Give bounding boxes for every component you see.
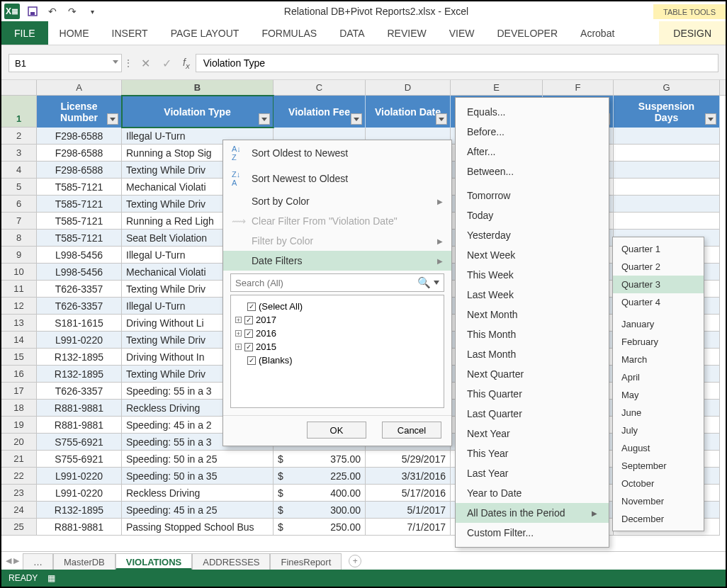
cell[interactable]: 5/29/2017 <box>366 451 451 468</box>
header-license-number[interactable]: License Number <box>37 96 122 128</box>
expand-icon[interactable]: + <box>235 344 242 350</box>
cell[interactable]: L991-0220 <box>37 332 122 349</box>
period-q3[interactable]: Quarter 3 <box>613 276 704 293</box>
cell[interactable] <box>614 162 720 179</box>
macro-record-icon[interactable]: ▦ <box>47 573 55 583</box>
row-header[interactable]: 24 <box>1 502 37 519</box>
filter-button[interactable] <box>351 113 362 125</box>
date-this-year[interactable]: This Year <box>456 443 609 463</box>
cell[interactable]: R881-9881 <box>37 400 122 417</box>
dropdown-icon[interactable] <box>434 281 439 285</box>
cell[interactable] <box>614 213 720 230</box>
cell[interactable] <box>614 145 720 162</box>
tab-insert[interactable]: INSERT <box>101 21 159 45</box>
sort-by-color[interactable]: Sort by Color▶ <box>223 191 451 211</box>
period-q4[interactable]: Quarter 4 <box>613 293 704 311</box>
select-all-corner[interactable] <box>1 80 37 95</box>
date-this-week[interactable]: This Week <box>456 265 609 285</box>
header-violation-type[interactable]: Violation Type <box>122 96 274 128</box>
tab-review[interactable]: REVIEW <box>376 21 437 45</box>
filter-button[interactable] <box>705 113 716 125</box>
date-this-month[interactable]: This Month <box>456 324 609 344</box>
sheet-nav-arrows[interactable]: ◀ ▶ <box>6 556 19 565</box>
row-header[interactable]: 11 <box>1 281 37 298</box>
dropdown-icon[interactable] <box>113 60 118 64</box>
tab-formulas[interactable]: FORMULAS <box>250 21 328 45</box>
period-may[interactable]: May <box>613 386 704 404</box>
expand-icon[interactable]: + <box>235 317 242 323</box>
col-header-d[interactable]: D <box>366 80 451 95</box>
date-next-week[interactable]: Next Week <box>456 245 609 265</box>
row-header[interactable]: 9 <box>1 247 37 264</box>
row-header[interactable]: 2 <box>1 128 37 145</box>
date-custom-filter[interactable]: Custom Filter... <box>456 523 609 543</box>
row-header[interactable]: 15 <box>1 349 37 366</box>
row-header[interactable]: 25 <box>1 519 37 536</box>
row-header[interactable]: 3 <box>1 145 37 162</box>
cell[interactable]: T585-7121 <box>37 179 122 196</box>
cell[interactable]: F298-6588 <box>37 162 122 179</box>
accept-formula-icon[interactable]: ✓ <box>156 57 177 70</box>
cell[interactable]: $400.00 <box>274 485 366 502</box>
cell[interactable]: 5/1/2017 <box>366 502 451 519</box>
date-last-week[interactable]: Last Week <box>456 285 609 305</box>
row-header[interactable]: 6 <box>1 196 37 213</box>
cell[interactable]: Reckless Driving <box>122 485 274 502</box>
row-header[interactable]: 13 <box>1 315 37 332</box>
checkbox[interactable]: ✓ <box>247 356 256 365</box>
cell[interactable]: Speeding: 50 in a 35 <box>122 468 274 485</box>
row-header[interactable]: 7 <box>1 213 37 230</box>
date-last-month[interactable]: Last Month <box>456 344 609 364</box>
cell[interactable]: Speeding: 50 in a 25 <box>122 451 274 468</box>
filter-button[interactable] <box>259 113 270 125</box>
cell[interactable]: R132-1895 <box>37 366 122 383</box>
filter-button[interactable] <box>436 113 447 125</box>
cell[interactable]: $375.00 <box>274 451 366 468</box>
date-today[interactable]: Today <box>456 205 609 225</box>
cell[interactable]: S755-6921 <box>37 434 122 451</box>
sheet-tab-addresses[interactable]: ADDRESSES <box>192 553 270 570</box>
period-november[interactable]: November <box>613 492 704 510</box>
row-header[interactable]: 8 <box>1 230 37 247</box>
cell[interactable]: T585-7121 <box>37 196 122 213</box>
col-header-g[interactable]: G <box>614 80 720 95</box>
name-box[interactable]: B1 <box>9 54 122 72</box>
cell[interactable]: Passing Stopped School Bus <box>122 519 274 536</box>
cell[interactable]: T626-3357 <box>37 383 122 400</box>
sheet-tab-ellipsis[interactable]: … <box>23 553 53 570</box>
cell[interactable]: F298-6588 <box>37 128 122 145</box>
row-header[interactable]: 10 <box>1 264 37 281</box>
tab-home[interactable]: HOME <box>48 21 101 45</box>
sheet-tab-masterdb[interactable]: MasterDB <box>53 553 115 570</box>
tab-view[interactable]: VIEW <box>438 21 486 45</box>
row-header[interactable]: 20 <box>1 434 37 451</box>
file-tab[interactable]: FILE <box>1 21 48 45</box>
date-all-dates-period[interactable]: All Dates in the Period▶ <box>456 503 609 523</box>
cell[interactable]: L991-0220 <box>37 468 122 485</box>
date-between[interactable]: Between... <box>456 162 609 181</box>
row-header[interactable]: 16 <box>1 366 37 383</box>
cell[interactable] <box>614 179 720 196</box>
period-august[interactable]: August <box>613 439 704 457</box>
date-next-month[interactable]: Next Month <box>456 305 609 324</box>
date-this-quarter[interactable]: This Quarter <box>456 384 609 404</box>
cell[interactable]: $250.00 <box>274 519 366 536</box>
formula-bar-input[interactable]: Violation Type <box>196 54 718 72</box>
sort-newest-oldest[interactable]: Z↓ASort Newest to Oldest <box>223 166 451 191</box>
date-equals[interactable]: Equals... <box>456 102 609 122</box>
filter-search-input[interactable] <box>235 278 417 288</box>
tab-data[interactable]: DATA <box>328 21 376 45</box>
sort-oldest-newest[interactable]: A↓ZSort Oldest to Newest <box>223 140 451 166</box>
cancel-button[interactable]: Cancel <box>382 422 441 439</box>
cell[interactable]: $225.00 <box>274 468 366 485</box>
col-header-a[interactable]: A <box>37 80 122 95</box>
filter-search-box[interactable]: 🔍 <box>230 273 444 292</box>
cell[interactable]: L998-5456 <box>37 247 122 264</box>
period-february[interactable]: February <box>613 333 704 351</box>
cell[interactable]: T626-3357 <box>37 298 122 315</box>
period-june[interactable]: June <box>613 404 704 422</box>
save-icon[interactable] <box>26 4 40 18</box>
header-suspension-days[interactable]: SuspensionDays <box>614 96 720 128</box>
filter-value-tree[interactable]: ✓(Select All) +✓2017 +✓2016 +✓2015 ✓(Bla… <box>230 295 444 408</box>
date-next-quarter[interactable]: Next Quarter <box>456 364 609 384</box>
